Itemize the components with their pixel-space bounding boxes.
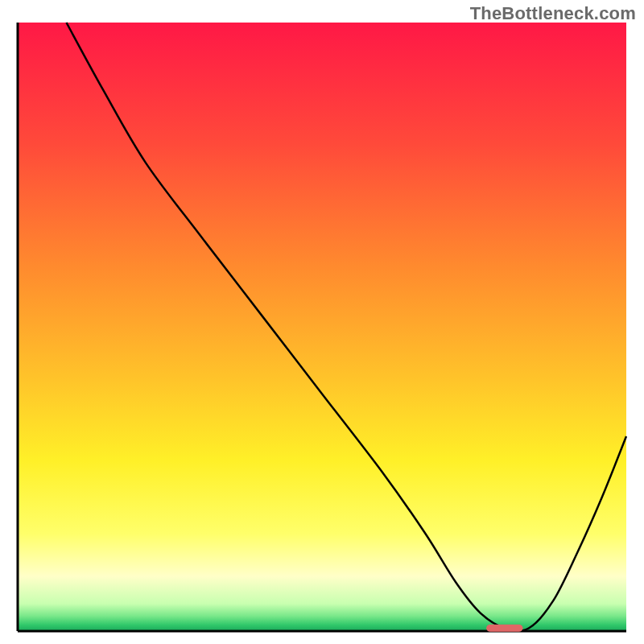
optimal-marker [486,625,522,632]
chart-svg [0,0,644,644]
chart-container: TheBottleneck.com [0,0,644,644]
plot-background [18,23,626,631]
watermark-text: TheBottleneck.com [470,3,636,24]
